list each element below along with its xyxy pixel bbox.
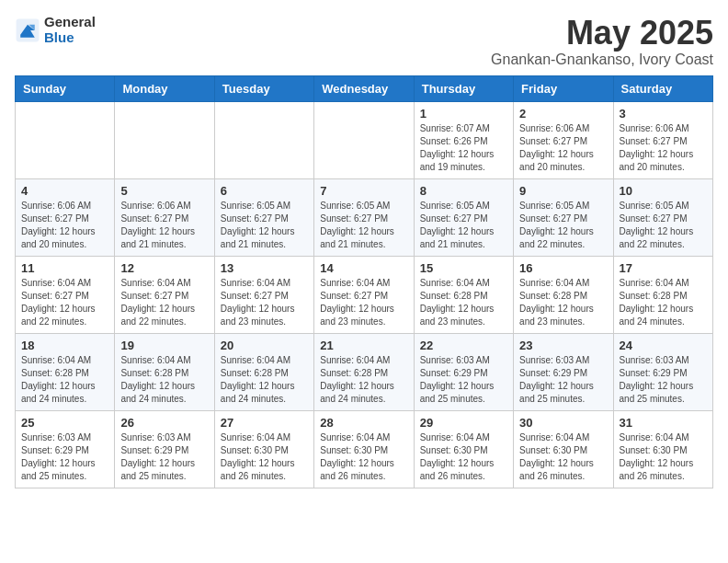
calendar-cell: 4Sunrise: 6:06 AM Sunset: 6:27 PM Daylig… <box>16 178 115 256</box>
calendar-cell <box>115 101 214 178</box>
logo-text: General Blue <box>44 15 96 45</box>
day-info: Sunrise: 6:04 AM Sunset: 6:28 PM Dayligh… <box>620 277 707 328</box>
calendar-cell: 29Sunrise: 6:04 AM Sunset: 6:30 PM Dayli… <box>414 410 513 488</box>
day-info: Sunrise: 6:06 AM Sunset: 6:27 PM Dayligh… <box>120 200 208 251</box>
day-info: Sunrise: 6:05 AM Sunset: 6:27 PM Dayligh… <box>221 200 308 251</box>
calendar-cell: 2Sunrise: 6:06 AM Sunset: 6:27 PM Daylig… <box>514 101 613 178</box>
calendar-cell: 6Sunrise: 6:05 AM Sunset: 6:27 PM Daylig… <box>214 178 313 256</box>
day-info: Sunrise: 6:04 AM Sunset: 6:28 PM Dayligh… <box>519 277 607 328</box>
day-number: 27 <box>221 416 308 430</box>
calendar-header-row: SundayMondayTuesdayWednesdayThursdayFrid… <box>16 75 713 101</box>
day-info: Sunrise: 6:04 AM Sunset: 6:28 PM Dayligh… <box>221 354 308 406</box>
day-info: Sunrise: 6:05 AM Sunset: 6:27 PM Dayligh… <box>320 200 407 251</box>
weekday-header: Saturday <box>613 75 712 101</box>
month-title: May 2025 <box>491 15 713 52</box>
location-title: Gnankan-Gnankanso, Ivory Coast <box>491 52 713 68</box>
weekday-header: Thursday <box>414 75 513 101</box>
calendar-cell: 12Sunrise: 6:04 AM Sunset: 6:27 PM Dayli… <box>115 256 214 333</box>
day-info: Sunrise: 6:03 AM Sunset: 6:29 PM Dayligh… <box>420 354 507 406</box>
day-number: 17 <box>620 261 707 275</box>
calendar-cell: 27Sunrise: 6:04 AM Sunset: 6:30 PM Dayli… <box>214 410 313 488</box>
calendar-cell: 16Sunrise: 6:04 AM Sunset: 6:28 PM Dayli… <box>514 256 613 333</box>
day-number: 28 <box>320 416 407 430</box>
day-info: Sunrise: 6:03 AM Sunset: 6:29 PM Dayligh… <box>120 431 208 483</box>
day-info: Sunrise: 6:04 AM Sunset: 6:30 PM Dayligh… <box>519 431 607 483</box>
calendar-cell: 28Sunrise: 6:04 AM Sunset: 6:30 PM Dayli… <box>314 410 414 488</box>
day-info: Sunrise: 6:04 AM Sunset: 6:30 PM Dayligh… <box>420 431 507 483</box>
calendar-cell: 18Sunrise: 6:04 AM Sunset: 6:28 PM Dayli… <box>16 333 115 410</box>
day-number: 13 <box>221 261 308 275</box>
page-header: General Blue May 2025 Gnankan-Gnankanso,… <box>15 15 713 68</box>
calendar-cell: 17Sunrise: 6:04 AM Sunset: 6:28 PM Dayli… <box>613 256 712 333</box>
day-info: Sunrise: 6:04 AM Sunset: 6:30 PM Dayligh… <box>620 431 707 483</box>
calendar-cell: 3Sunrise: 6:06 AM Sunset: 6:27 PM Daylig… <box>613 101 712 178</box>
day-number: 12 <box>120 261 208 275</box>
day-number: 18 <box>21 339 108 352</box>
day-info: Sunrise: 6:04 AM Sunset: 6:28 PM Dayligh… <box>420 277 507 328</box>
calendar-table: SundayMondayTuesdayWednesdayThursdayFrid… <box>15 75 713 488</box>
day-number: 9 <box>519 184 607 198</box>
calendar-cell: 21Sunrise: 6:04 AM Sunset: 6:28 PM Dayli… <box>314 333 414 410</box>
calendar-cell <box>214 101 313 178</box>
calendar-cell: 22Sunrise: 6:03 AM Sunset: 6:29 PM Dayli… <box>414 333 513 410</box>
calendar-cell: 14Sunrise: 6:04 AM Sunset: 6:27 PM Dayli… <box>314 256 414 333</box>
day-info: Sunrise: 6:04 AM Sunset: 6:27 PM Dayligh… <box>221 277 308 328</box>
day-number: 15 <box>420 261 507 275</box>
calendar-cell: 8Sunrise: 6:05 AM Sunset: 6:27 PM Daylig… <box>414 178 513 256</box>
calendar-cell: 9Sunrise: 6:05 AM Sunset: 6:27 PM Daylig… <box>514 178 613 256</box>
title-area: May 2025 Gnankan-Gnankanso, Ivory Coast <box>491 15 713 68</box>
day-number: 23 <box>519 339 607 352</box>
calendar-cell: 31Sunrise: 6:04 AM Sunset: 6:30 PM Dayli… <box>613 410 712 488</box>
day-number: 11 <box>21 261 108 275</box>
calendar-cell: 19Sunrise: 6:04 AM Sunset: 6:28 PM Dayli… <box>115 333 214 410</box>
day-number: 21 <box>320 339 407 352</box>
day-info: Sunrise: 6:04 AM Sunset: 6:28 PM Dayligh… <box>21 354 108 406</box>
calendar-week-row: 18Sunrise: 6:04 AM Sunset: 6:28 PM Dayli… <box>16 333 713 410</box>
day-number: 31 <box>620 416 707 430</box>
day-info: Sunrise: 6:07 AM Sunset: 6:26 PM Dayligh… <box>420 122 507 174</box>
calendar-cell: 30Sunrise: 6:04 AM Sunset: 6:30 PM Dayli… <box>514 410 613 488</box>
calendar-week-row: 1Sunrise: 6:07 AM Sunset: 6:26 PM Daylig… <box>16 101 713 178</box>
day-number: 3 <box>620 107 707 121</box>
day-number: 6 <box>221 184 308 198</box>
day-number: 22 <box>420 339 507 352</box>
weekday-header: Sunday <box>16 75 115 101</box>
calendar-week-row: 11Sunrise: 6:04 AM Sunset: 6:27 PM Dayli… <box>16 256 713 333</box>
calendar-cell: 13Sunrise: 6:04 AM Sunset: 6:27 PM Dayli… <box>214 256 313 333</box>
logo-blue: Blue <box>44 30 96 46</box>
calendar-cell: 11Sunrise: 6:04 AM Sunset: 6:27 PM Dayli… <box>16 256 115 333</box>
calendar-cell: 7Sunrise: 6:05 AM Sunset: 6:27 PM Daylig… <box>314 178 414 256</box>
day-number: 1 <box>420 107 507 121</box>
day-info: Sunrise: 6:04 AM Sunset: 6:30 PM Dayligh… <box>320 431 407 483</box>
day-info: Sunrise: 6:05 AM Sunset: 6:27 PM Dayligh… <box>420 200 507 251</box>
calendar-cell: 25Sunrise: 6:03 AM Sunset: 6:29 PM Dayli… <box>16 410 115 488</box>
calendar-cell: 15Sunrise: 6:04 AM Sunset: 6:28 PM Dayli… <box>414 256 513 333</box>
day-number: 16 <box>519 261 607 275</box>
day-info: Sunrise: 6:06 AM Sunset: 6:27 PM Dayligh… <box>519 122 607 174</box>
day-number: 26 <box>120 416 208 430</box>
day-info: Sunrise: 6:05 AM Sunset: 6:27 PM Dayligh… <box>519 200 607 251</box>
calendar-cell: 5Sunrise: 6:06 AM Sunset: 6:27 PM Daylig… <box>115 178 214 256</box>
day-info: Sunrise: 6:04 AM Sunset: 6:27 PM Dayligh… <box>21 277 108 328</box>
day-info: Sunrise: 6:04 AM Sunset: 6:30 PM Dayligh… <box>221 431 308 483</box>
day-number: 7 <box>320 184 407 198</box>
day-info: Sunrise: 6:06 AM Sunset: 6:27 PM Dayligh… <box>620 122 707 174</box>
calendar-cell: 20Sunrise: 6:04 AM Sunset: 6:28 PM Dayli… <box>214 333 313 410</box>
calendar-cell: 10Sunrise: 6:05 AM Sunset: 6:27 PM Dayli… <box>613 178 712 256</box>
day-number: 2 <box>519 107 607 121</box>
day-number: 25 <box>21 416 108 430</box>
calendar-week-row: 25Sunrise: 6:03 AM Sunset: 6:29 PM Dayli… <box>16 410 713 488</box>
calendar-cell <box>314 101 414 178</box>
day-number: 14 <box>320 261 407 275</box>
day-info: Sunrise: 6:04 AM Sunset: 6:28 PM Dayligh… <box>320 354 407 406</box>
calendar-cell: 23Sunrise: 6:03 AM Sunset: 6:29 PM Dayli… <box>514 333 613 410</box>
calendar-cell: 24Sunrise: 6:03 AM Sunset: 6:29 PM Dayli… <box>613 333 712 410</box>
calendar-cell: 26Sunrise: 6:03 AM Sunset: 6:29 PM Dayli… <box>115 410 214 488</box>
calendar-cell <box>16 101 115 178</box>
day-info: Sunrise: 6:04 AM Sunset: 6:27 PM Dayligh… <box>120 277 208 328</box>
day-number: 30 <box>519 416 607 430</box>
day-info: Sunrise: 6:04 AM Sunset: 6:28 PM Dayligh… <box>120 354 208 406</box>
weekday-header: Tuesday <box>214 75 313 101</box>
logo-general: General <box>44 15 96 30</box>
logo-icon <box>15 17 40 43</box>
